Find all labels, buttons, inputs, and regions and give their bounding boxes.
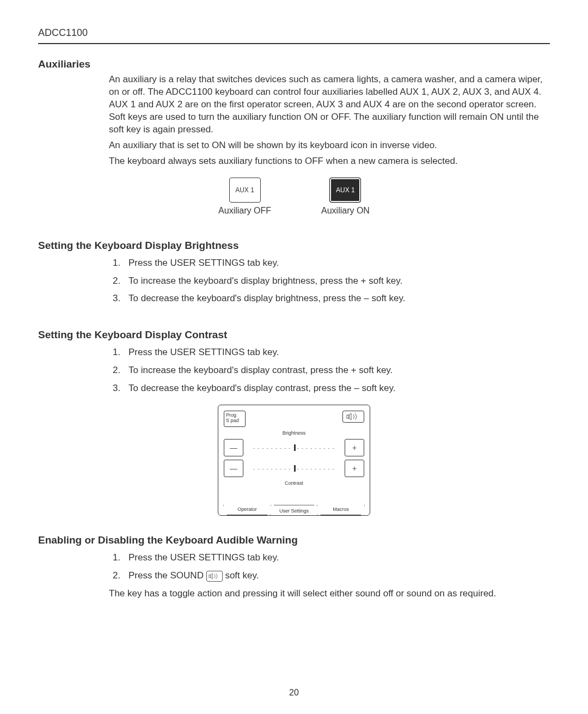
speaker-icon: [346, 413, 360, 420]
section-title-auxiliaries: Auxiliaries: [38, 58, 550, 70]
step-text: To decrease the keyboard's display contr…: [128, 383, 396, 393]
list-item: Press the USER SETTINGS tab key.: [123, 346, 544, 359]
header-rule: [38, 43, 550, 44]
step-text: To decrease the keyboard's display brigh…: [128, 293, 405, 303]
manual-page: ADCC1100 Auxiliaries An auxiliary is a r…: [0, 0, 588, 714]
brightness-minus-button: —: [224, 439, 243, 456]
aux-icon-row: AUX 1 Auxiliary OFF AUX 1 Auxiliary ON: [38, 178, 550, 216]
audible-paragraph: The key has a toggle action and pressing…: [109, 588, 544, 600]
brightness-plus-button: +: [345, 439, 364, 456]
diagram-tabs: Operator User Settings Macros: [224, 501, 364, 515]
step-text: To increase the keyboard's display brigh…: [128, 276, 402, 286]
svg-rect-0: [347, 415, 349, 418]
aux-on-icon: AUX 1: [329, 178, 361, 203]
step-text: To increase the keyboard's display contr…: [128, 365, 393, 375]
list-item: Press the SOUND soft key.: [123, 570, 544, 582]
aux-off-icon: AUX 1: [229, 178, 261, 203]
prog-s-pad-button: Prog S pad: [224, 411, 246, 427]
aux-paragraph-3: The keyboard always sets auxiliary funct…: [109, 155, 544, 168]
brightness-steps: Press the USER SETTINGS tab key. To incr…: [109, 257, 544, 306]
aux-off-column: AUX 1 Auxiliary OFF: [218, 178, 271, 216]
svg-rect-1: [209, 575, 211, 577]
sound-button: [342, 411, 364, 423]
list-item: To decrease the keyboard's display brigh…: [123, 292, 544, 305]
aux-paragraph-1: An auxiliary is a relay that switches de…: [109, 74, 544, 136]
aux-on-caption: Auxiliary ON: [321, 206, 370, 216]
tab-user-settings: User Settings: [270, 505, 318, 515]
section-title-contrast: Setting the Keyboard Display Contrast: [38, 329, 550, 341]
page-number: 20: [0, 688, 588, 698]
list-item: Press the USER SETTINGS tab key.: [123, 552, 544, 564]
audible-steps: Press the USER SETTINGS tab key. Press t…: [109, 552, 544, 582]
aux-off-caption: Auxiliary OFF: [218, 206, 271, 216]
section-title-audible: Enabling or Disabling the Keyboard Audib…: [38, 534, 550, 546]
tab-macros: Macros: [317, 505, 365, 515]
contrast-plus-button: +: [345, 460, 364, 477]
aux-paragraph-2: An auxiliary that is set to ON will be s…: [109, 139, 544, 152]
step-text-tail: soft key.: [223, 570, 259, 581]
brightness-slider: - - - - - - - - - - - - - - - - - -: [248, 444, 340, 451]
list-item: To decrease the keyboard's display contr…: [123, 382, 544, 395]
list-item: To increase the keyboard's display brigh…: [123, 275, 544, 288]
tab-operator: Operator: [223, 505, 271, 515]
list-item: To increase the keyboard's display contr…: [123, 364, 544, 377]
document-id: ADCC1100: [38, 27, 550, 39]
settings-display-diagram: Prog S pad Brightness — - - - - - - - - …: [218, 405, 370, 516]
brightness-label: Brightness: [224, 430, 364, 436]
speaker-icon: [209, 573, 220, 579]
contrast-slider: - - - - - - - - - - - - - - - - - -: [248, 465, 340, 472]
contrast-label: Contrast: [224, 480, 364, 486]
list-item: Press the USER SETTINGS tab key.: [123, 257, 544, 270]
contrast-steps: Press the USER SETTINGS tab key. To incr…: [109, 346, 544, 395]
step-text: Press the SOUND: [128, 570, 206, 581]
sound-inline-icon: [206, 571, 223, 582]
contrast-minus-button: —: [224, 460, 243, 477]
aux-on-column: AUX 1 Auxiliary ON: [321, 178, 370, 216]
section-title-brightness: Setting the Keyboard Display Brightness: [38, 240, 550, 252]
